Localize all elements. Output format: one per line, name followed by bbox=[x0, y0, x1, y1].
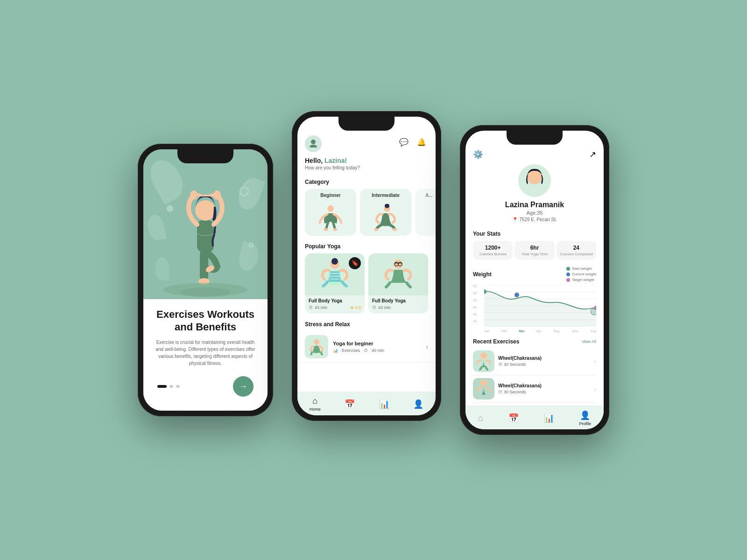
calendar-icon: 📅 bbox=[345, 399, 355, 409]
nav-home[interactable]: ⌂ Home bbox=[310, 396, 321, 412]
yoga-cards: 🔖 bbox=[297, 253, 436, 318]
stats-icon: 📊 bbox=[379, 399, 389, 409]
yoga-card-2-meta: ⏱43 min bbox=[372, 305, 424, 310]
share-icon[interactable]: ↗ bbox=[589, 149, 596, 160]
profile-location: 📍 7529 E. Pecan St. bbox=[512, 217, 557, 222]
phone-2-notch bbox=[338, 117, 395, 131]
stress-item-1[interactable]: Yoga for beginer 📊Exercises ⏱40 min › bbox=[297, 331, 436, 363]
label-june: June bbox=[571, 329, 578, 333]
weight-header: Weight Start weight Current weight bbox=[473, 266, 596, 282]
home-label: Home bbox=[310, 407, 321, 412]
stress-category: Exercises bbox=[342, 348, 360, 353]
label-july: July bbox=[590, 329, 596, 333]
chart-area-container: Jan Feb Mar Apr May June July bbox=[484, 285, 596, 333]
profile-nav-home[interactable]: ⌂ bbox=[478, 413, 483, 423]
profile-avatar-illustration bbox=[521, 167, 549, 195]
message-icon[interactable]: 💬 bbox=[397, 135, 410, 148]
recent-header: Recent Exercises View All bbox=[473, 338, 596, 345]
legend-current-dot bbox=[566, 273, 570, 276]
category-title: Category bbox=[297, 176, 436, 189]
label-jan: Jan bbox=[484, 329, 489, 333]
phone-2-inner: 💬 🔔 Hello, Lazina! How are you felling t… bbox=[297, 117, 436, 415]
stress-item-title: Yoga for beginer bbox=[333, 341, 421, 346]
profile-profile-icon: 👤 bbox=[580, 410, 590, 420]
legend-current: Current weight bbox=[566, 272, 596, 276]
category-beginner[interactable]: Beginner bbox=[305, 189, 356, 236]
greeting-sub: How are you felling today? bbox=[305, 165, 428, 170]
category-intermediate[interactable]: Intermediate bbox=[360, 189, 411, 236]
stress-title: Stress and Relax bbox=[297, 318, 436, 331]
profile-name: Lazina Pramanik bbox=[505, 201, 564, 209]
yoga-card-2[interactable]: Full Body Yoga ⏱43 min bbox=[368, 253, 428, 314]
exercise-item-2[interactable]: Wheel(Chakrasana) ⏱ 30 Seconds › bbox=[473, 375, 596, 403]
weight-title: Weight bbox=[473, 271, 492, 278]
phone-1-notch bbox=[177, 149, 233, 163]
yoga-card-2-img bbox=[368, 253, 428, 295]
recent-section: Recent Exercises View All bbox=[465, 336, 604, 406]
calories-value: 1200+ bbox=[476, 245, 510, 251]
nav-calendar[interactable]: 📅 bbox=[345, 399, 355, 409]
legend-target-dot bbox=[566, 278, 570, 282]
profile-calendar-icon: 📅 bbox=[508, 413, 519, 423]
category-advanced[interactable]: A... bbox=[415, 189, 436, 236]
yoga-card-2-title: Full Body Yoga bbox=[372, 298, 424, 303]
nav-profile[interactable]: 👤 bbox=[413, 399, 423, 409]
exercise-thumb-2 bbox=[473, 378, 494, 399]
greeting-hello: Hello, bbox=[305, 157, 324, 164]
recent-title: Recent Exercises bbox=[473, 338, 519, 345]
label-feb: Feb bbox=[501, 329, 507, 333]
next-button[interactable]: → bbox=[233, 376, 254, 397]
exercise-1-arrow: › bbox=[594, 358, 596, 365]
profile-nav-calendar[interactable]: 📅 bbox=[508, 413, 519, 423]
exercise-item-1[interactable]: Wheel(Chakrasana) ⏱ 30 Seconds › bbox=[473, 348, 596, 375]
chart-x-labels: Jan Feb Mar Apr May June July bbox=[484, 329, 596, 333]
intermediate-label: Intermediate bbox=[372, 193, 399, 198]
splash-dots bbox=[157, 385, 180, 388]
greeting-line: Hello, Lazina! bbox=[305, 157, 428, 164]
legend-target: Target weight bbox=[566, 278, 596, 282]
weight-chart bbox=[484, 285, 596, 327]
splash-content: Exercises Workouts and Benefits Exercise… bbox=[143, 299, 268, 411]
popular-title: Popular Yoga bbox=[297, 240, 436, 253]
yoga-card-2-info: Full Body Yoga ⏱43 min bbox=[368, 295, 428, 314]
dot-3 bbox=[176, 385, 180, 388]
phones-container: Exercises Workouts and Benefits Exercise… bbox=[119, 106, 628, 454]
label-apr: Apr bbox=[536, 329, 542, 333]
stress-duration: 40 min bbox=[372, 348, 384, 353]
stat-courses: 24 Courses Completed bbox=[557, 241, 596, 260]
svg-point-33 bbox=[480, 352, 487, 359]
profile-nav-stats[interactable]: 📊 bbox=[544, 413, 554, 423]
svg-point-15 bbox=[393, 228, 397, 231]
profile-avatar bbox=[518, 164, 551, 197]
view-all-button[interactable]: View All bbox=[582, 339, 596, 344]
settings-icon[interactable]: ⚙️ bbox=[473, 149, 483, 160]
yoga-card-2-duration: 43 min bbox=[378, 305, 391, 310]
legend-current-label: Current weight bbox=[572, 272, 596, 276]
profile-nav-label: Profile bbox=[579, 421, 591, 426]
legend-target-label: Target weight bbox=[572, 278, 594, 282]
phone-3-notch bbox=[507, 131, 563, 145]
yoga-card-1-illustration bbox=[316, 256, 353, 293]
profile-nav-profile[interactable]: 👤 Profile bbox=[579, 410, 591, 426]
chart-wrapper: 90 80 70 60 50 40 bbox=[473, 285, 596, 333]
profile-screen: ⚙️ ↗ Lazi bbox=[465, 131, 604, 429]
phone-3: ⚙️ ↗ Lazi bbox=[460, 125, 609, 435]
label-may: May bbox=[553, 329, 559, 333]
greeting-name: Lazina! bbox=[324, 157, 347, 164]
yoga-card-2-illustration bbox=[380, 256, 417, 293]
dot-active bbox=[157, 385, 167, 388]
svg-point-32 bbox=[591, 308, 596, 315]
avatar-icon bbox=[308, 138, 319, 149]
exercise-2-time: ⏱ 30 Seconds bbox=[498, 390, 591, 394]
yoga-card-1-meta: ⏱43 min bbox=[309, 305, 327, 310]
user-avatar[interactable] bbox=[305, 135, 322, 152]
stress-illustration bbox=[308, 338, 325, 355]
nav-stats[interactable]: 📊 bbox=[379, 399, 389, 409]
notification-icon[interactable]: 🔔 bbox=[415, 135, 428, 148]
svg-point-34 bbox=[480, 380, 487, 386]
weight-legend: Start weight Current weight Target weigh… bbox=[566, 266, 596, 282]
yoga-card-1[interactable]: 🔖 bbox=[305, 253, 365, 314]
yoga-time-value: 6hr bbox=[517, 245, 551, 251]
stress-info-1: Yoga for beginer 📊Exercises ⏱40 min bbox=[333, 341, 421, 353]
bookmark-button[interactable]: 🔖 bbox=[349, 257, 361, 269]
